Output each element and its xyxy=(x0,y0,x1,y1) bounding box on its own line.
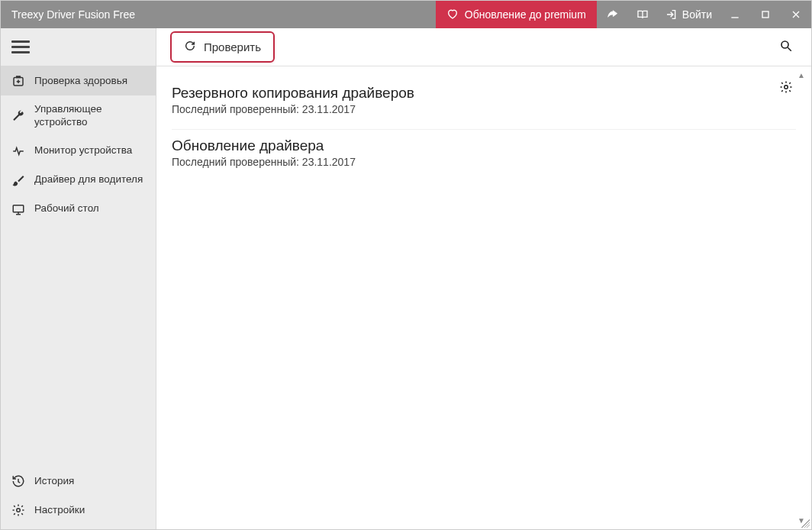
svg-line-6 xyxy=(788,47,791,51)
svg-rect-1 xyxy=(762,11,768,18)
heart-icon xyxy=(446,8,459,22)
wrench-icon xyxy=(11,109,25,123)
login-label: Войти xyxy=(682,8,712,21)
section-title: Обновление драйвера xyxy=(172,137,796,154)
sidebar-item-history[interactable]: История xyxy=(1,467,156,496)
check-label: Проверить xyxy=(204,40,261,53)
premium-label: Обновление до premium xyxy=(465,8,586,21)
gear-icon xyxy=(11,503,25,517)
sidebar-item-label: Настройки xyxy=(34,504,145,517)
check-button[interactable]: Проверить xyxy=(170,31,275,63)
maximize-button[interactable] xyxy=(750,1,781,28)
section-title: Резервного копирования драйверов xyxy=(172,85,796,102)
activity-icon xyxy=(11,144,25,158)
sidebar: Проверка здоровья Управляющее устройство… xyxy=(1,28,156,529)
brush-icon xyxy=(11,173,25,187)
history-icon xyxy=(11,474,25,488)
svg-rect-3 xyxy=(13,205,24,212)
sidebar-item-label: Управляющее устройство xyxy=(34,103,145,129)
sidebar-item-settings[interactable]: Настройки xyxy=(1,496,156,525)
minimize-button[interactable] xyxy=(720,1,750,28)
section-subtitle: Последний проверенный: 23.11.2017 xyxy=(172,156,796,168)
refresh-icon xyxy=(184,40,196,54)
main-area: Проверить ▲ Резервного копирования драйв… xyxy=(156,28,811,529)
sidebar-item-label: Драйвер для водителя xyxy=(34,173,145,186)
sidebar-item-label: История xyxy=(34,475,145,488)
svg-point-4 xyxy=(17,509,21,512)
content: Резервного копирования драйверов Последн… xyxy=(156,66,811,192)
nav-bottom: История Настройки xyxy=(1,467,156,529)
sidebar-item-health[interactable]: Проверка здоровья xyxy=(1,66,156,95)
toolbar: Проверить xyxy=(156,28,811,66)
login-button[interactable]: Войти xyxy=(658,1,720,28)
hamburger-button[interactable] xyxy=(11,37,30,57)
svg-point-5 xyxy=(781,41,788,48)
desktop-icon xyxy=(11,202,25,216)
sidebar-item-driver[interactable]: Драйвер для водителя xyxy=(1,166,156,195)
sidebar-item-label: Монитор устройства xyxy=(34,144,145,157)
resize-grip[interactable] xyxy=(799,517,810,528)
app-title: Treexy Driver Fusion Free xyxy=(1,8,135,21)
sidebar-item-device-monitor[interactable]: Монитор устройства xyxy=(1,137,156,166)
section-settings-button[interactable] xyxy=(779,80,793,97)
section-backup: Резервного копирования драйверов Последн… xyxy=(172,77,796,130)
section-update: Обновление драйвера Последний проверенны… xyxy=(172,130,796,182)
svg-point-7 xyxy=(785,86,788,89)
share-button[interactable] xyxy=(597,1,627,28)
titlebar: Treexy Driver Fusion Free Обновление до … xyxy=(1,1,811,28)
book-button[interactable] xyxy=(627,1,658,28)
close-button[interactable] xyxy=(781,1,811,28)
search-button[interactable] xyxy=(775,34,798,60)
nav-list: Проверка здоровья Управляющее устройство… xyxy=(1,66,156,467)
health-icon xyxy=(11,74,25,88)
sidebar-item-label: Проверка здоровья xyxy=(34,75,145,88)
section-subtitle: Последний проверенный: 23.11.2017 xyxy=(172,103,796,115)
sidebar-item-label: Рабочий стол xyxy=(34,202,145,215)
premium-button[interactable]: Обновление до premium xyxy=(436,1,597,28)
sidebar-item-desktop[interactable]: Рабочий стол xyxy=(1,195,156,224)
sidebar-item-device-manager[interactable]: Управляющее устройство xyxy=(1,95,156,137)
